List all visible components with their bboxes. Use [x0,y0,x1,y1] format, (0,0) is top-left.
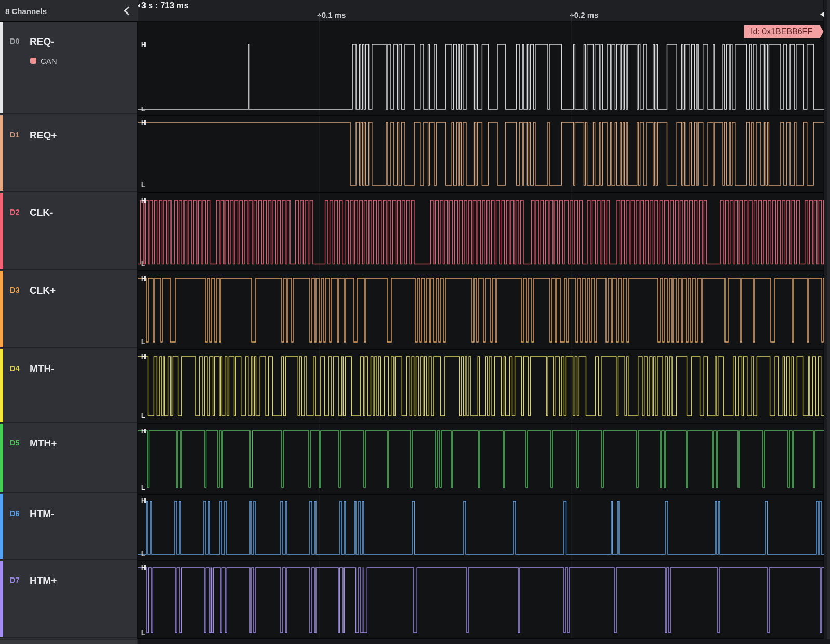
svg-text:H: H [141,353,146,360]
svg-text:H: H [141,275,146,282]
svg-text:L: L [141,106,145,113]
svg-text:L: L [141,550,145,558]
svg-text:H: H [141,428,146,435]
svg-text:L: L [141,338,145,346]
svg-text:Id: 0x1BEBB6FF: Id: 0x1BEBB6FF [750,27,812,36]
svg-text:L: L [141,181,145,189]
svg-text:L: L [141,412,145,419]
svg-text:L: L [141,260,145,268]
svg-text:L: L [141,484,145,491]
svg-text:L: L [141,629,145,637]
svg-text:H: H [141,497,146,505]
svg-text:H: H [141,41,146,48]
svg-text:H: H [141,197,146,204]
svg-text:H: H [141,119,146,126]
svg-text:H: H [141,564,146,571]
